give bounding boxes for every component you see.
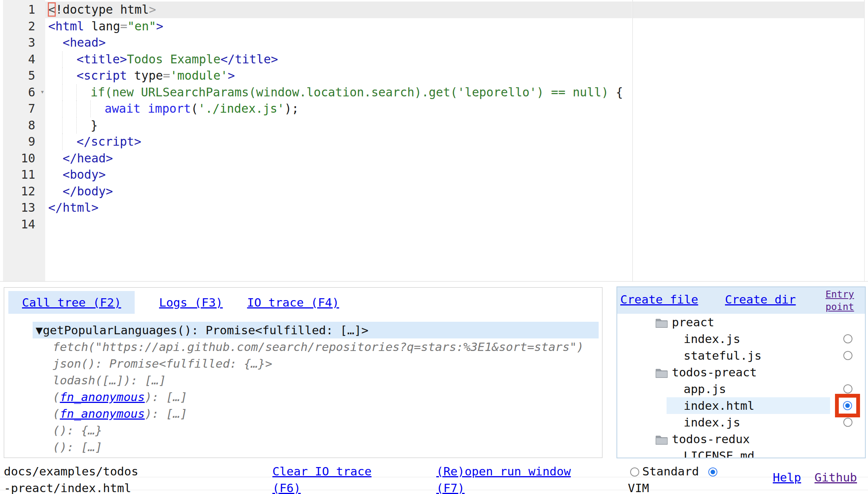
call-tree-text: ▼getPopularLanguages(): Promise<fulfille… (36, 323, 368, 337)
folder-name: todos-redux (672, 432, 750, 446)
file-row[interactable]: LICENSE.md (617, 447, 865, 458)
call-tree-row[interactable]: (fn_anonymous): […] (4, 389, 602, 405)
editor-line[interactable]: 8} (0, 117, 632, 134)
editor-line[interactable]: 13</html> (0, 200, 632, 216)
code-token: > (156, 19, 163, 33)
editor-line[interactable]: 11<body> (0, 167, 632, 183)
call-tree-row[interactable]: (): […] (4, 439, 602, 455)
code-token: <title> (77, 52, 127, 66)
file-row[interactable]: index.js (617, 330, 865, 347)
code-token: await import (105, 102, 191, 115)
file-row[interactable]: index.html (617, 397, 865, 414)
code-token: { (616, 85, 623, 99)
indent-guide (62, 134, 77, 150)
indent (48, 51, 63, 68)
call-tree-function-link[interactable]: fn_anonymous (60, 457, 145, 458)
editor-line[interactable]: 6▾if(new URLSearchParams(window.location… (0, 84, 632, 101)
create-dir-link[interactable]: Create dir (725, 293, 796, 306)
code-token: './index.js' (198, 102, 285, 115)
editor-line[interactable]: 3<head> (0, 35, 632, 51)
call-tree-text: (): {…} (53, 423, 102, 437)
code-token: <html (48, 19, 84, 33)
code-token: !doctype html (55, 3, 149, 16)
editor-line[interactable]: 2<html lang="en"> (0, 18, 632, 35)
call-tree-row[interactable]: (fn_anonymous): […] (4, 405, 602, 422)
code-token: > (149, 3, 156, 16)
file-row[interactable]: index.js (617, 414, 865, 431)
entry-point-radio[interactable] (843, 384, 852, 393)
code-line-content: <!doctype html> (45, 2, 632, 18)
call-tree-row[interactable]: (fn_anonymous): […] (4, 455, 602, 458)
call-tree-function-link[interactable]: fn_anonymous (60, 407, 145, 420)
line-number: 3 (3, 35, 45, 51)
editor-line[interactable]: 9</script> (0, 134, 632, 150)
code-token: } (91, 118, 98, 132)
indent (48, 68, 63, 84)
clear-io-trace-link[interactable]: Clear IO trace (F6) (272, 463, 386, 494)
help-link[interactable]: Help (773, 469, 801, 486)
call-tree-text: ( (53, 390, 60, 404)
code-line-content: <head> (45, 35, 632, 51)
code-token: ); (285, 102, 299, 115)
editor-line[interactable]: 12</body> (0, 183, 632, 200)
call-tree-function-link[interactable]: fn_anonymous (60, 390, 145, 404)
line-number: 7 (3, 101, 45, 117)
entry-point-radio[interactable] (843, 418, 852, 427)
indent-guide (76, 117, 91, 134)
file-name: app.js (684, 382, 726, 396)
line-number: 10 (3, 150, 45, 167)
file-row[interactable]: app.js (617, 381, 865, 397)
code-token: if(new URLSearchParams(window.location.s… (91, 85, 616, 99)
editor-line[interactable]: 7await import('./index.js'); (0, 101, 632, 117)
code-line-content: } (45, 117, 632, 134)
code-editor[interactable]: 1<!doctype html>2<html lang="en">3<head>… (0, 0, 868, 282)
code-token: 'module' (170, 69, 228, 82)
file-name: index.js (684, 415, 740, 429)
vim-keybindings-radio[interactable] (708, 467, 717, 477)
editor-lines: 1<!doctype html>2<html lang="en">3<head>… (0, 2, 632, 233)
vim-keybindings-label: VIM (628, 481, 649, 494)
folder-row[interactable]: todos-redux (617, 431, 865, 447)
tab-io-trace-f4[interactable]: IO trace (F4) (247, 291, 339, 314)
code-token: type (127, 69, 163, 82)
call-tree-row[interactable]: ▼getPopularLanguages(): Promise<fulfille… (33, 322, 599, 338)
call-tree-panel: Call tree (F2)Logs (F3)IO trace (F4) ▼ge… (4, 287, 602, 458)
code-line-content: <script type='module'> (45, 68, 632, 84)
indent (48, 84, 63, 101)
tab-call-tree-f2[interactable]: Call tree (F2) (8, 291, 135, 314)
call-tree-text: ( (53, 407, 60, 420)
create-file-link[interactable]: Create file (620, 293, 698, 306)
github-link[interactable]: Github (815, 469, 857, 486)
call-tree-text: ( (53, 457, 60, 458)
tab-logs-f3[interactable]: Logs (F3) (159, 291, 223, 314)
fold-toggle-icon[interactable]: ▾ (40, 83, 44, 100)
code-token: lang (84, 19, 120, 33)
folder-icon (655, 432, 668, 449)
current-file-path: docs/examples/todos-preact/index.html (4, 463, 145, 494)
entry-point-radio[interactable] (843, 334, 852, 343)
file-row[interactable]: stateful.js (617, 347, 865, 364)
editor-line[interactable]: 5<script type='module'> (0, 68, 632, 84)
entry-point-column-label: Entry point (826, 288, 860, 313)
editor-line[interactable]: 10</head> (0, 150, 632, 167)
line-number: 6▾ (3, 84, 45, 101)
editor-line[interactable]: 1<!doctype html> (0, 2, 632, 18)
code-line-content: if(new URLSearchParams(window.location.s… (45, 84, 632, 101)
reopen-run-window-link[interactable]: (Re)open run window (F7) (436, 463, 577, 494)
call-tree-row[interactable]: (): {…} (4, 422, 602, 439)
call-tree-text: (): […] (53, 440, 102, 454)
standard-keybindings-radio[interactable] (630, 467, 639, 477)
code-line-content: </html> (45, 200, 632, 216)
entry-point-radio[interactable] (843, 401, 852, 410)
line-number: 14 (3, 216, 45, 233)
editor-line[interactable]: 14 (0, 216, 632, 233)
call-tree-row[interactable]: fetch("https://api.github.com/search/rep… (4, 338, 602, 355)
call-tree-row[interactable]: json(): Promise<fulfilled: {…}> (4, 355, 602, 372)
call-tree-row[interactable]: lodash([…]): […] (4, 372, 602, 389)
editor-secondary-pane[interactable] (632, 0, 865, 281)
folder-row[interactable]: todos-preact (617, 364, 865, 381)
line-number: 5 (3, 68, 45, 84)
folder-row[interactable]: preact (617, 314, 865, 330)
entry-point-radio[interactable] (843, 351, 852, 360)
editor-line[interactable]: 4<title>Todos Example</title> (0, 51, 632, 68)
